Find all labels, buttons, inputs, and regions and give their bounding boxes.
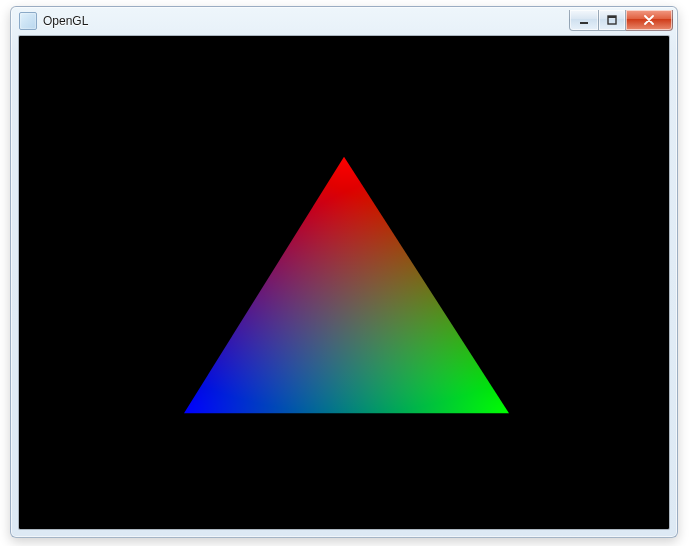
close-icon (643, 15, 655, 25)
title-bar[interactable]: OpenGL (11, 7, 677, 35)
svg-rect-2 (608, 16, 616, 18)
window-title: OpenGL (43, 14, 88, 28)
opengl-app-icon (19, 12, 37, 30)
window-controls (569, 10, 673, 31)
maximize-icon (607, 15, 617, 25)
minimize-icon (579, 15, 589, 25)
application-window: OpenGL (10, 6, 678, 538)
svg-rect-0 (580, 22, 588, 24)
svg-marker-6 (184, 157, 509, 414)
close-button[interactable] (626, 10, 673, 31)
opengl-viewport (19, 36, 669, 529)
rgb-triangle (19, 36, 669, 529)
client-area (18, 35, 670, 530)
maximize-button[interactable] (599, 10, 626, 31)
minimize-button[interactable] (569, 10, 599, 31)
